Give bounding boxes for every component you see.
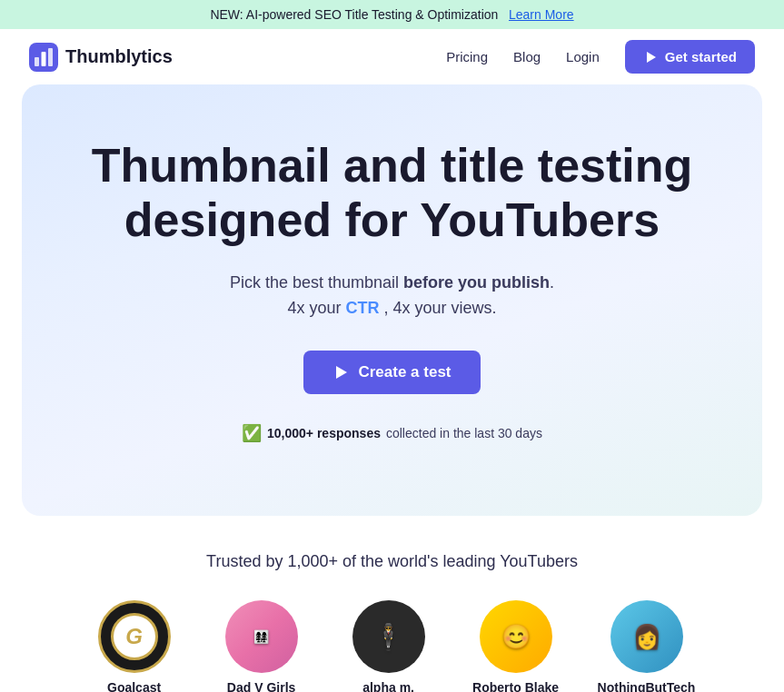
svg-rect-3 [48,48,53,66]
channel-avatar-nothingbuttech: 👩 [610,600,683,673]
responses-text: collected in the last 30 days [386,426,542,440]
get-started-button[interactable]: Get started [625,40,755,74]
hero-subtitle: Pick the best thumbnail before you publi… [58,270,726,322]
nav-links: Pricing Blog Login Get started [446,40,755,74]
subtitle-period: . [550,273,554,292]
channel-alpham: 🕴 alpha m. 6.4m+ subscribers [343,600,434,692]
logo-icon [29,43,58,72]
create-test-label: Create a test [358,363,451,381]
ctr-highlight: CTR [345,299,379,317]
channel-avatar-alpham: 🕴 [352,600,425,673]
trusted-title: Trusted by 1,000+ of the world's leading… [29,552,755,571]
top-banner: NEW: AI-powered SEO Title Testing & Opti… [0,0,784,29]
create-test-play-icon [332,364,349,381]
svg-rect-2 [42,52,46,66]
hero-section: Thumbnail and title testing designed for… [22,84,762,516]
nav-blog[interactable]: Blog [513,49,541,64]
subtitle-bold: before you publish [403,273,550,292]
channel-avatar-robertoblake: 😊 [480,600,552,673]
channel-avatar-dadvgirls: 👩‍👩‍👧‍👧 [225,600,298,673]
channel-name-alpham: alpha m. [362,680,414,692]
trusted-section: Trusted by 1,000+ of the world's leading… [0,516,784,692]
subtitle-part1: Pick the best thumbnail [230,273,399,292]
navbar: Thumblytics Pricing Blog Login Get start… [0,29,784,84]
responses-badge: ✅ 10,000+ responses collected in the las… [58,423,726,443]
svg-marker-5 [336,366,347,379]
banner-link[interactable]: Learn More [509,7,574,22]
subtitle-line2-part2: , 4x your views. [384,299,497,317]
create-test-button[interactable]: Create a test [303,351,480,394]
channel-name-dadvgirls: Dad V Girls [227,680,295,692]
channel-robertoblake: 😊 Roberto Blake 500k+ subscribers [471,600,561,692]
responses-count: 10,000+ responses [267,426,381,440]
logo[interactable]: Thumblytics [29,43,173,72]
channel-goalcast: G Goalcast 2.5m+ subscribers [89,600,180,692]
channel-name-nothingbuttech: NothingButTech [598,680,696,692]
banner-text: NEW: AI-powered SEO Title Testing & Opti… [210,7,498,22]
hero-title: Thumbnail and title testing designed for… [84,139,701,248]
get-started-label: Get started [665,49,737,64]
nav-login[interactable]: Login [566,49,600,64]
svg-rect-1 [35,57,39,66]
channel-dadvgirls: 👩‍👩‍👧‍👧 Dad V Girls 1.2m+ subscribers [216,600,307,692]
check-icon: ✅ [242,423,262,443]
nav-pricing[interactable]: Pricing [446,49,488,64]
channel-name-goalcast: Goalcast [107,680,161,692]
channels-row: G Goalcast 2.5m+ subscribers 👩‍👩‍👧‍👧 Dad… [29,600,755,692]
channel-name-robertoblake: Roberto Blake [472,680,559,692]
subtitle-line2-part1: 4x your [287,299,341,317]
channel-avatar-goalcast: G [98,600,171,673]
play-icon [643,50,658,64]
logo-text: Thumblytics [65,46,173,67]
svg-marker-4 [647,52,656,63]
channel-nothingbuttech: 👩 NothingButTech 150k+ subscribers [598,600,696,692]
